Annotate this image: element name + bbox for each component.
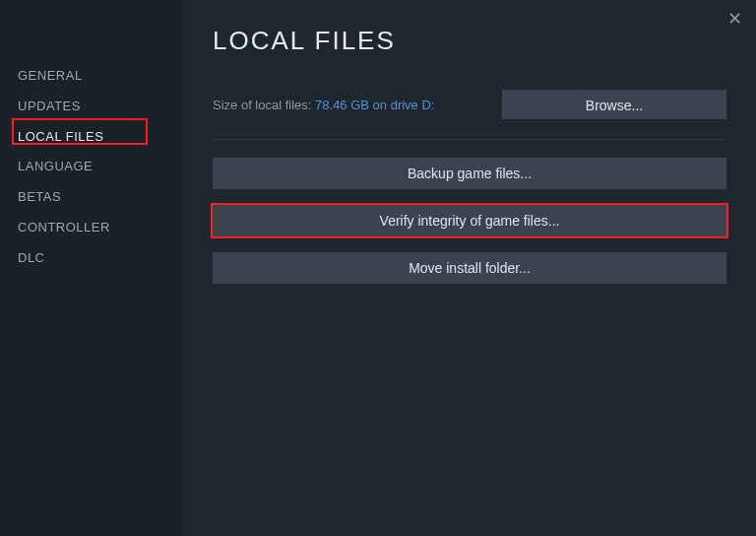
close-icon[interactable]: ✕ [727, 8, 742, 30]
size-value: 78.46 GB on drive D: [315, 98, 434, 112]
page-title: LOCAL FILES [213, 26, 726, 56]
size-label: Size of local files: 78.46 GB on drive D… [213, 98, 434, 112]
sidebar: GENERAL UPDATES LOCAL FILES LANGUAGE BET… [0, 0, 183, 536]
sidebar-item-updates[interactable]: UPDATES [0, 92, 183, 122]
divider [213, 139, 726, 140]
backup-button[interactable]: Backup game files... [213, 158, 726, 189]
sidebar-item-language[interactable]: LANGUAGE [0, 152, 183, 182]
sidebar-item-betas[interactable]: BETAS [0, 182, 183, 213]
sidebar-item-controller[interactable]: CONTROLLER [0, 213, 183, 243]
verify-button[interactable]: Verify integrity of game files... [213, 205, 726, 236]
sidebar-item-dlc[interactable]: DLC [0, 243, 183, 274]
properties-window: GENERAL UPDATES LOCAL FILES LANGUAGE BET… [0, 0, 756, 536]
browse-button[interactable]: Browse... [502, 90, 726, 119]
sidebar-item-local-files[interactable]: LOCAL FILES [0, 122, 183, 153]
main-panel: ✕ LOCAL FILES Size of local files: 78.46… [183, 0, 756, 536]
move-button[interactable]: Move install folder... [213, 252, 726, 284]
size-info-row: Size of local files: 78.46 GB on drive D… [213, 90, 726, 119]
sidebar-item-general[interactable]: GENERAL [0, 61, 183, 92]
